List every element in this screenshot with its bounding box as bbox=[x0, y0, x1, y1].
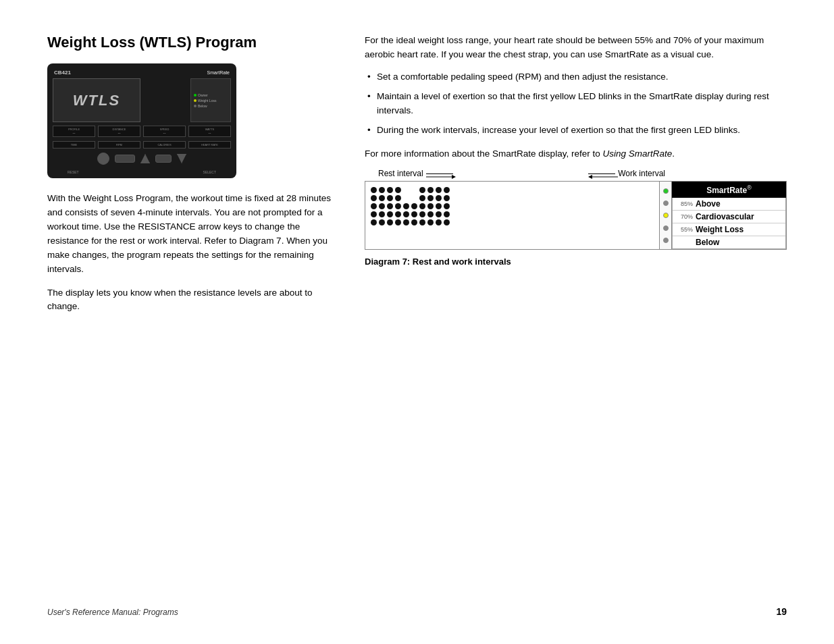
zone-below-label: Below bbox=[696, 238, 719, 247]
dot bbox=[419, 195, 425, 201]
right-para2: For more information about the SmartRate… bbox=[365, 147, 787, 161]
dot bbox=[379, 195, 385, 201]
smartrate-zones: 85% Above 70% Cardiovascular 55% Weight … bbox=[672, 198, 786, 249]
zone-above-pct: 85% bbox=[675, 200, 693, 207]
dot bbox=[403, 203, 409, 209]
device-panel-item2: Weight Loss bbox=[194, 99, 216, 103]
device-right-panel: Owner Weight Loss Below bbox=[190, 78, 231, 122]
dot bbox=[371, 187, 377, 193]
page-title: Weight Loss (WTLS) Program bbox=[47, 34, 338, 51]
device-wtls-text: WTLS bbox=[73, 92, 120, 109]
device-btn-down[interactable] bbox=[177, 154, 186, 163]
device-stat-calories: CALORIES bbox=[143, 141, 186, 149]
device-quickstart-btn[interactable] bbox=[115, 155, 135, 163]
device-top-bar: CB421 SmartRate bbox=[54, 68, 230, 77]
dot bbox=[395, 219, 401, 225]
work-arrow-line bbox=[588, 173, 615, 174]
content-area: Weight Loss (WTLS) Program CB421 SmartRa… bbox=[47, 34, 787, 593]
dot bbox=[419, 203, 425, 209]
page-footer: User's Reference Manual: Programs 19 bbox=[47, 593, 787, 617]
zone-cardiovascular: 70% Cardiovascular bbox=[673, 210, 785, 223]
dot bbox=[427, 187, 434, 193]
dot bbox=[436, 211, 442, 217]
diagram-area: Rest interval Work interval bbox=[365, 169, 787, 267]
led-column bbox=[659, 182, 671, 249]
left-column: Weight Loss (WTLS) Program CB421 SmartRa… bbox=[47, 34, 338, 593]
zone-cardio-pct: 70% bbox=[675, 213, 693, 220]
device-select-label: SELECT bbox=[203, 170, 216, 174]
zone-cardio-label: Cardiovascular bbox=[696, 212, 754, 221]
dot bbox=[436, 219, 442, 225]
device-btn-1[interactable] bbox=[97, 153, 109, 165]
dot bbox=[371, 211, 377, 217]
work-label-with-arrow: Work interval bbox=[588, 169, 665, 178]
zone-wl-label: Weight Loss bbox=[696, 225, 744, 234]
dot bbox=[411, 211, 417, 217]
right-para2-suffix: . bbox=[672, 149, 675, 159]
rest-label-with-arrow: Rest interval bbox=[378, 169, 453, 178]
smartrate-reg: ® bbox=[747, 184, 752, 191]
dot-spacer bbox=[403, 187, 409, 193]
device-stat-rpm: RPM bbox=[98, 141, 140, 149]
device-buttons-row bbox=[68, 153, 216, 165]
led-weightloss bbox=[663, 213, 669, 218]
dot bbox=[411, 219, 417, 225]
right-para1: For the ideal weight loss range, your he… bbox=[365, 34, 787, 62]
device-btn-rect2[interactable] bbox=[155, 155, 172, 163]
device-stat-heartrate: HEART RATE bbox=[188, 141, 231, 149]
dot bbox=[387, 219, 393, 225]
device-stat-distance: DISTANCE -- bbox=[98, 126, 140, 137]
work-interval-label: Work interval bbox=[618, 169, 665, 178]
dots-row-4 bbox=[371, 211, 654, 217]
device-image: CB421 SmartRate WTLS Owner Weight Loss B… bbox=[47, 63, 236, 178]
dot bbox=[436, 187, 442, 193]
led-below bbox=[663, 238, 669, 243]
dot bbox=[395, 203, 401, 209]
led-dot-mid2 bbox=[663, 225, 669, 231]
device-stat-time: TIME bbox=[53, 141, 95, 149]
smartrate-brand: SmartRate bbox=[706, 186, 747, 195]
device-stat-profile: PROFILE -- bbox=[53, 126, 95, 137]
zone-above-label: Above bbox=[696, 199, 721, 209]
device-stats-row: PROFILE -- DISTANCE -- SPEED -- WATTS -- bbox=[53, 126, 231, 137]
device-btn-up[interactable] bbox=[140, 154, 150, 163]
bullet-item-1: Set a comfortable pedaling speed (RPM) a… bbox=[365, 70, 787, 84]
dot bbox=[403, 219, 409, 225]
dots-row-5 bbox=[371, 219, 654, 225]
dots-row-3 bbox=[371, 203, 654, 209]
svg-marker-1 bbox=[452, 175, 456, 179]
device-bottom-labels: RESET SELECT bbox=[68, 170, 216, 174]
dot bbox=[419, 219, 425, 225]
dot-spacer bbox=[403, 195, 409, 201]
dot bbox=[427, 195, 434, 201]
dot bbox=[436, 195, 442, 201]
bullet-item-2: Maintain a level of exertion so that the… bbox=[365, 90, 787, 118]
dot bbox=[387, 203, 393, 209]
device-panel-item3: Below bbox=[194, 104, 207, 108]
dot bbox=[379, 187, 385, 193]
dot bbox=[387, 187, 393, 193]
device-stat-watts: WATTS -- bbox=[188, 126, 231, 137]
device-display: WTLS bbox=[53, 78, 140, 122]
smartrate-title: SmartRate® bbox=[672, 182, 786, 198]
rest-label-group: Rest interval bbox=[378, 169, 453, 178]
dot bbox=[387, 195, 393, 201]
dot bbox=[427, 211, 434, 217]
zone-wl-pct: 55% bbox=[675, 226, 693, 233]
zone-above: 85% Above bbox=[673, 198, 785, 210]
dots-grid bbox=[371, 187, 654, 225]
page: Weight Loss (WTLS) Program CB421 SmartRa… bbox=[0, 0, 834, 644]
work-label-group: Work interval bbox=[588, 169, 665, 178]
device-row2: TIME RPM CALORIES HEART RATE bbox=[53, 141, 231, 149]
dot bbox=[427, 219, 434, 225]
device-model: CB421 bbox=[54, 70, 71, 76]
rest-arrow-line bbox=[426, 173, 453, 174]
dot bbox=[379, 203, 385, 209]
dot bbox=[379, 211, 385, 217]
dot bbox=[411, 203, 417, 209]
footer-left-text: User's Reference Manual: Programs bbox=[47, 608, 178, 617]
dot bbox=[403, 211, 409, 217]
interval-diagram: SmartRate® 85% Above 70% Cardiovascular bbox=[365, 181, 787, 250]
bullet-list: Set a comfortable pedaling speed (RPM) a… bbox=[365, 70, 787, 138]
dot bbox=[387, 211, 393, 217]
